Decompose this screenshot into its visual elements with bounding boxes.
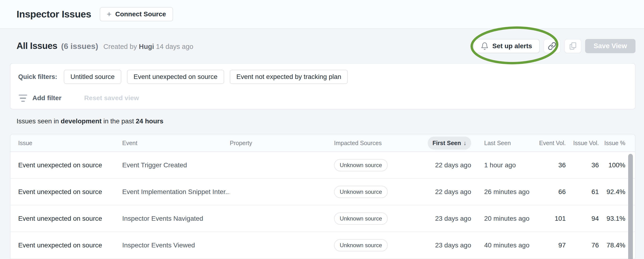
source-badge: Unknown source [334, 186, 388, 198]
created-by-prefix: Created by [103, 43, 137, 50]
column-header-impacted-sources[interactable]: Impacted Sources [334, 140, 407, 146]
copy-icon [568, 42, 577, 50]
cell-last-seen: 26 minutes ago [471, 188, 533, 196]
link-icon [548, 42, 556, 50]
cell-issue-vol: 76 [566, 242, 599, 249]
cell-issue-vol: 61 [566, 188, 599, 196]
quick-filter-not-expected-tracking-plan[interactable]: Event not expected by tracking plan [230, 70, 348, 84]
view-title-group: All Issues (6 issues) Created by Hugi 14… [16, 41, 194, 51]
column-header-issue-vol[interactable]: Issue Vol. [566, 140, 599, 146]
column-header-last-seen[interactable]: Last Seen [471, 140, 533, 146]
cell-event: Event Implementation Snippet Inter... [122, 188, 230, 196]
summary-environment: development [61, 118, 102, 125]
table-row[interactable]: Event unexpected on source Event Impleme… [10, 179, 635, 205]
save-view-label: Save View [594, 42, 627, 50]
cell-event-vol: 66 [533, 188, 566, 196]
cell-event: Inspector Events Navigated [122, 215, 230, 222]
page-title: Inspector Issues [16, 9, 91, 20]
table-scrollbar[interactable] [628, 153, 633, 259]
view-actions: Set up alerts S [473, 39, 636, 53]
table-row[interactable]: Event unexpected on source Inspector Eve… [10, 205, 635, 232]
cell-issue-vol: 94 [566, 215, 599, 222]
cell-event-vol: 36 [533, 162, 566, 169]
issues-summary: Issues seen in development in the past 2… [16, 118, 163, 125]
table-row[interactable]: Event unexpected on source Inspector Eve… [10, 232, 635, 259]
duplicate-view-button[interactable] [564, 39, 581, 53]
cell-first-seen: 23 days ago [407, 215, 471, 222]
created-when: 14 days ago [156, 43, 194, 50]
bell-icon [481, 42, 489, 50]
cell-impacted-sources: Unknown source [334, 186, 407, 198]
first-seen-label: First Seen [432, 140, 461, 146]
cell-issue-pct: 93.1% [599, 215, 625, 222]
created-by-text: Created by Hugi 14 days ago [103, 43, 193, 50]
sort-desc-icon: ↓ [464, 140, 466, 147]
cell-issue-pct: 78.4% [599, 242, 625, 249]
cell-impacted-sources: Unknown source [334, 159, 407, 171]
scrollbar-thumb[interactable] [628, 154, 633, 259]
reset-saved-view-button[interactable]: Reset saved view [84, 94, 139, 102]
connect-source-button[interactable]: + Connect Source [100, 7, 173, 21]
source-badge: Unknown source [334, 212, 388, 225]
summary-middle: in the past [103, 118, 134, 125]
summary-prefix: Issues seen in [16, 118, 59, 125]
column-header-event-vol[interactable]: Event Vol. [533, 140, 566, 146]
cell-issue-pct: 100% [599, 162, 625, 169]
cell-first-seen: 22 days ago [407, 188, 471, 196]
cell-issue: Event unexpected on source [18, 215, 122, 222]
quick-filters-label: Quick filters: [18, 73, 57, 80]
cell-last-seen: 20 minutes ago [471, 215, 533, 222]
issue-count: (6 issues) [61, 42, 98, 51]
cell-event-vol: 101 [533, 215, 566, 222]
cell-issue-vol: 36 [566, 162, 599, 169]
cell-issue: Event unexpected on source [18, 242, 122, 249]
creator-name: Hugi [139, 43, 154, 50]
add-filter-button[interactable]: Add filter [32, 94, 62, 102]
cell-issue: Event unexpected on source [18, 188, 122, 196]
cell-last-seen: 40 minutes ago [471, 242, 533, 249]
cell-event: Inspector Events Viewed [122, 242, 230, 249]
plus-icon: + [107, 10, 112, 18]
cell-first-seen: 22 days ago [407, 162, 471, 169]
cell-impacted-sources: Unknown source [334, 239, 407, 252]
cell-first-seen: 23 days ago [407, 242, 471, 249]
connect-source-label: Connect Source [115, 10, 166, 18]
cell-issue: Event unexpected on source [18, 162, 122, 169]
quick-filters-row: Quick filters: Untitled source Event une… [18, 70, 627, 84]
table-header-row: Issue Event Property Impacted Sources Fi… [10, 134, 635, 152]
quick-filter-untitled-source[interactable]: Untitled source [64, 70, 121, 84]
filters-card: Quick filters: Untitled source Event une… [10, 63, 636, 110]
table-row[interactable]: Event unexpected on source Event Trigger… [10, 152, 635, 179]
cell-event: Event Trigger Created [122, 162, 230, 169]
filter-icon [18, 94, 28, 102]
cell-last-seen: 1 hour ago [471, 162, 533, 169]
top-bar: Inspector Issues + Connect Source [0, 0, 644, 29]
cell-issue-pct: 92.4% [599, 188, 625, 196]
column-header-event[interactable]: Event [122, 140, 230, 146]
add-filter-row: Add filter Reset saved view [18, 91, 627, 105]
summary-time-range: 24 hours [136, 118, 163, 125]
set-up-alerts-button[interactable]: Set up alerts [473, 39, 540, 53]
view-title: All Issues [16, 41, 57, 51]
quick-filter-event-unexpected[interactable]: Event unexpected on source [127, 70, 224, 84]
save-view-button[interactable]: Save View [585, 39, 636, 53]
source-badge: Unknown source [334, 159, 388, 171]
copy-link-button[interactable] [544, 39, 560, 53]
view-bar: All Issues (6 issues) Created by Hugi 14… [0, 29, 644, 63]
cell-impacted-sources: Unknown source [334, 212, 407, 225]
column-header-issue[interactable]: Issue [18, 140, 122, 146]
cell-event-vol: 97 [533, 242, 566, 249]
inspector-issues-page: Inspector Issues + Connect Source All Is… [0, 0, 644, 259]
column-header-property[interactable]: Property [230, 140, 334, 146]
set-up-alerts-label: Set up alerts [492, 42, 532, 50]
first-seen-sort-button[interactable]: First Seen ↓ [428, 136, 471, 150]
column-header-first-seen: First Seen ↓ [407, 136, 471, 150]
column-header-issue-pct[interactable]: Issue % [599, 140, 625, 146]
source-badge: Unknown source [334, 239, 388, 252]
issues-table: Issue Event Property Impacted Sources Fi… [10, 134, 636, 259]
